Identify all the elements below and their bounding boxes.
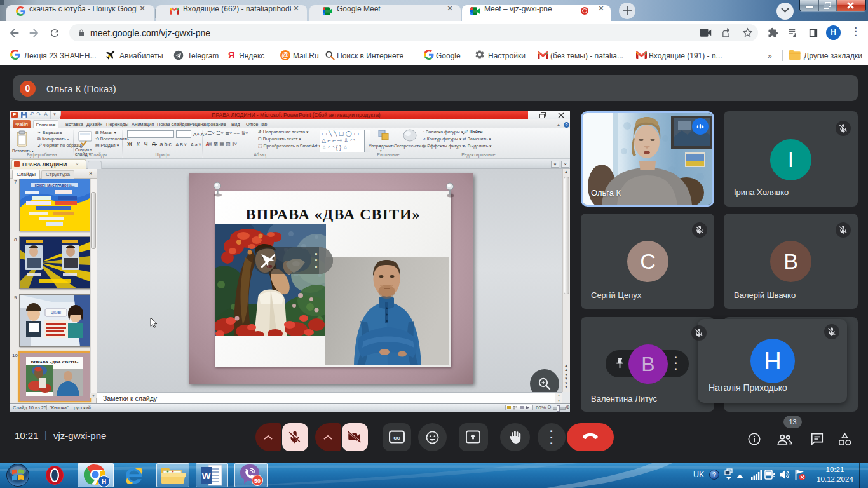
svg-text:W: W [201,470,211,481]
